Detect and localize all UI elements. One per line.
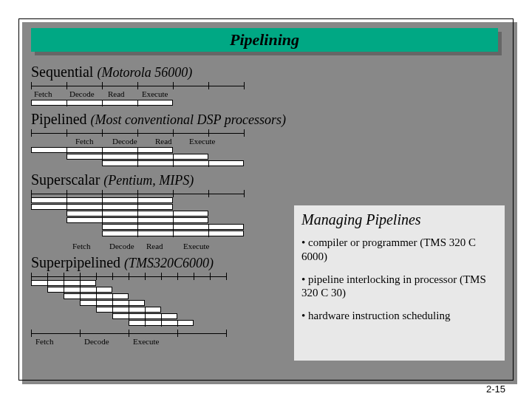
title-bar: Pipelining [31, 28, 498, 52]
diagram-pipelined: FetchDecodeReadExecute [31, 129, 504, 167]
side-panel: Managing Pipelines • compiler or program… [294, 205, 505, 361]
page-number: 2-15 [486, 383, 505, 395]
bullet-1: • compiler or programmer (TMS 320 C 6000… [301, 236, 497, 264]
page-title: Pipelining [230, 30, 299, 50]
section-pipelined-title: Pipelined (Most conventional DSP process… [31, 111, 504, 128]
bullet-2: • pipeline interlocking in processor (TM… [301, 273, 497, 301]
section-sequential-title: Sequential (Motorola 56000) [31, 64, 504, 81]
diagram-sequential: FetchDecodeReadExecute [31, 82, 504, 106]
section-superscalar-title: Superscalar (Pentium, MIPS) [31, 171, 504, 188]
bullet-3: • hardware instruction scheduling [301, 309, 497, 323]
side-panel-title: Managing Pipelines [301, 211, 497, 228]
